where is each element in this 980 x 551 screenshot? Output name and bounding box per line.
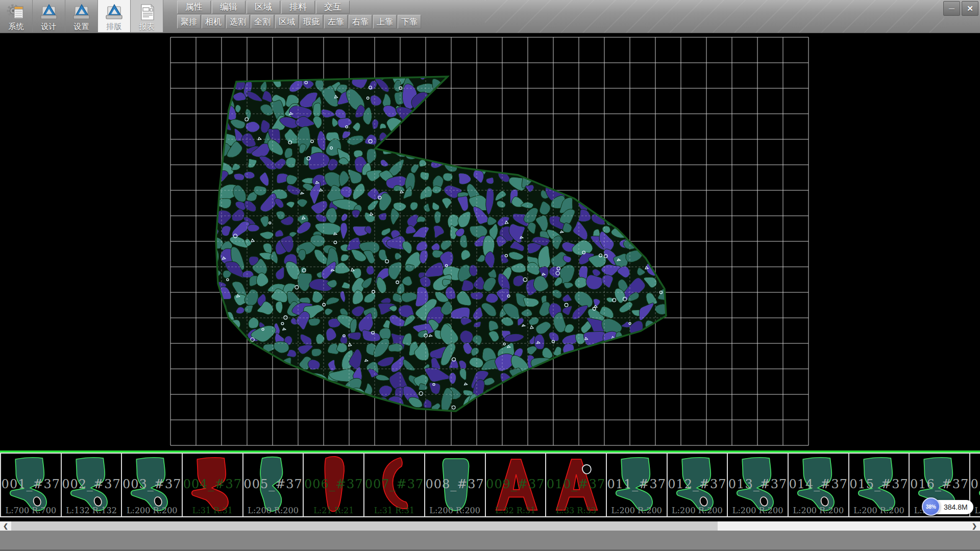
system-gear-icon bbox=[7, 3, 26, 21]
app-tab-label: 设计 bbox=[41, 22, 57, 31]
status-bar bbox=[0, 531, 980, 551]
tool-button-10[interactable]: 下靠 bbox=[398, 15, 421, 29]
nesting-workspace bbox=[0, 33, 980, 450]
pattern-lr-count: L:21 R:21 bbox=[304, 506, 363, 515]
pattern-thumb-005_#37[interactable]: 005_#37L:200 R:200 bbox=[243, 453, 304, 517]
pattern-lr-count: L:200 R:200 bbox=[243, 506, 303, 515]
pattern-thumb-004_#37[interactable]: 004_#37L:31 R:31 bbox=[183, 453, 243, 517]
pattern-lr-count: L:200 R:200 bbox=[789, 506, 848, 515]
toolbar-texture bbox=[485, 0, 944, 33]
pattern-lr-count: L:200 R:200 bbox=[425, 506, 485, 515]
pattern-id: 012_#37 bbox=[668, 477, 727, 491]
app-tab-nesting[interactable]: 排版 bbox=[98, 0, 131, 32]
pattern-lr-count: L:32 R:31 bbox=[486, 506, 546, 515]
tool-button-2[interactable]: 相机 bbox=[202, 15, 225, 29]
memory-progress-badge[interactable]: 384.8M 38% bbox=[922, 497, 978, 517]
filmstrip: 001_#37L:700 R:700002_#37L:132 R:132003_… bbox=[0, 453, 980, 517]
tool-button-7[interactable]: 左靠 bbox=[324, 15, 348, 29]
pattern-thumb-001_#37[interactable]: 001_#37L:700 R:700 bbox=[0, 453, 62, 517]
pattern-thumb-009_#37[interactable]: 009_#37L:32 R:31 bbox=[486, 453, 547, 517]
menu-tab-1[interactable]: 属性 bbox=[177, 1, 211, 14]
window-controls: ─ ✕ bbox=[943, 1, 978, 16]
app-tab-label: 排版 bbox=[107, 22, 122, 31]
pattern-thumb-008_#37[interactable]: 008_#37L:200 R:200 bbox=[425, 453, 486, 517]
pattern-id: 004_#37 bbox=[183, 477, 242, 491]
close-button[interactable]: ✕ bbox=[962, 1, 978, 16]
pattern-id: 013_#37 bbox=[728, 477, 788, 491]
pattern-thumb-014_#37[interactable]: 014_#37L:200 R:200 bbox=[789, 453, 849, 517]
menu-tab-2[interactable]: 编辑 bbox=[212, 1, 246, 14]
pattern-lr-count: L:200 R:200 bbox=[668, 506, 727, 515]
tool-button-8[interactable]: 右靠 bbox=[349, 15, 372, 29]
report-document-icon bbox=[137, 3, 157, 21]
tool-button-4[interactable]: 全割 bbox=[251, 15, 274, 29]
pattern-thumb-003_#37[interactable]: 003_#37L:200 R:200 bbox=[122, 453, 183, 517]
minimize-button[interactable]: ─ bbox=[943, 1, 960, 16]
tool-button-1[interactable]: 聚排 bbox=[177, 15, 201, 29]
app-tab-label: 设置 bbox=[74, 22, 89, 31]
pattern-lr-count: L:132 R:132 bbox=[62, 506, 121, 515]
pattern-lr-count: L:200 R:200 bbox=[607, 506, 667, 515]
pattern-thumb-010_#37[interactable]: 010_#37L:33 R:33 bbox=[546, 453, 607, 517]
scrollbar-thumb[interactable] bbox=[11, 521, 718, 531]
pattern-thumb-002_#37[interactable]: 002_#37L:132 R:132 bbox=[62, 453, 122, 517]
tool-buttons: 聚排相机选割全割区域瑕疵左靠右靠上靠下靠 bbox=[177, 15, 421, 29]
pattern-lr-count: L:33 R:33 bbox=[546, 506, 606, 515]
horizontal-scrollbar[interactable]: ❮ ❯ bbox=[0, 521, 980, 531]
app-tab-label: 系统 bbox=[9, 22, 24, 31]
scroll-left-arrow-icon[interactable]: ❮ bbox=[0, 521, 11, 531]
nesting-canvas[interactable] bbox=[0, 33, 980, 450]
menu-area: 属性编辑区域排料交互 聚排相机选割全割区域瑕疵左靠右靠上靠下靠 bbox=[177, 1, 421, 29]
menu-tab-5[interactable]: 交互 bbox=[316, 1, 350, 14]
triangle-ruler-icon bbox=[39, 3, 59, 21]
pattern-thumb-013_#37[interactable]: 013_#37L:200 R:200 bbox=[728, 453, 789, 517]
app-tab-design[interactable]: 设计 bbox=[33, 0, 65, 32]
progress-percent: 38% bbox=[922, 497, 940, 516]
pattern-id: 016_#37 bbox=[910, 477, 969, 491]
pattern-thumb-012_#37[interactable]: 012_#37L:200 R:200 bbox=[668, 453, 728, 517]
app-tab-strip: 系统 设计 设置 bbox=[0, 0, 163, 33]
pattern-thumb-015_#37[interactable]: 015_#37L:200 R:200 bbox=[849, 453, 910, 517]
pattern-id: 015_#37 bbox=[849, 477, 909, 491]
pattern-id: 010_#37 bbox=[546, 477, 606, 491]
pattern-id: 009_#37 bbox=[486, 477, 546, 491]
pattern-id: 002_#37 bbox=[62, 477, 121, 491]
pattern-id: 014_#37 bbox=[789, 477, 848, 491]
pattern-id: 011_#37 bbox=[607, 477, 667, 491]
tool-button-5[interactable]: 区域 bbox=[275, 15, 299, 29]
pattern-id: 017_#37 bbox=[970, 477, 980, 491]
pattern-id: 003_#37 bbox=[122, 477, 182, 491]
pattern-id: 007_#37 bbox=[364, 477, 424, 491]
menu-tabs: 属性编辑区域排料交互 bbox=[177, 1, 421, 14]
app-tab-system[interactable]: 系统 bbox=[0, 0, 33, 32]
pattern-lr-count: L:31 R:31 bbox=[183, 506, 242, 515]
pattern-id: 008_#37 bbox=[425, 477, 485, 491]
app-tab-label: 报表 bbox=[139, 22, 155, 31]
triangle-ruler-icon bbox=[72, 3, 91, 21]
pattern-lr-count: L:200 R:200 bbox=[728, 506, 788, 515]
toolbar: 系统 设计 设置 bbox=[0, 0, 980, 33]
pattern-lr-count: L:200 R:200 bbox=[122, 506, 182, 515]
pattern-lr-count: L:200 R:200 bbox=[849, 506, 909, 515]
pattern-id: 001_#37 bbox=[1, 477, 61, 491]
pattern-lr-count: L:700 R:700 bbox=[1, 506, 61, 515]
triangle-ruler-icon bbox=[105, 3, 124, 21]
tool-button-3[interactable]: 选割 bbox=[226, 15, 250, 29]
pattern-id: 006_#37 bbox=[304, 477, 363, 491]
pattern-thumb-006_#37[interactable]: 006_#37L:21 R:21 bbox=[304, 453, 364, 517]
tool-button-6[interactable]: 瑕疵 bbox=[300, 15, 323, 29]
menu-tab-3[interactable]: 区域 bbox=[247, 1, 280, 14]
pattern-thumb-011_#37[interactable]: 011_#37L:200 R:200 bbox=[607, 453, 668, 517]
app-tab-settings[interactable]: 设置 bbox=[65, 0, 98, 32]
scroll-right-arrow-icon[interactable]: ❯ bbox=[969, 521, 980, 531]
pattern-lr-count: L:31 R:31 bbox=[364, 506, 424, 515]
application-window: 系统 设计 设置 bbox=[0, 0, 980, 551]
menu-tab-4[interactable]: 排料 bbox=[281, 1, 315, 14]
app-tab-report[interactable]: 报表 bbox=[131, 0, 163, 32]
pattern-thumb-007_#37[interactable]: 007_#37L:31 R:31 bbox=[364, 453, 425, 517]
pattern-id: 005_#37 bbox=[243, 477, 303, 491]
tool-button-9[interactable]: 上靠 bbox=[373, 15, 397, 29]
